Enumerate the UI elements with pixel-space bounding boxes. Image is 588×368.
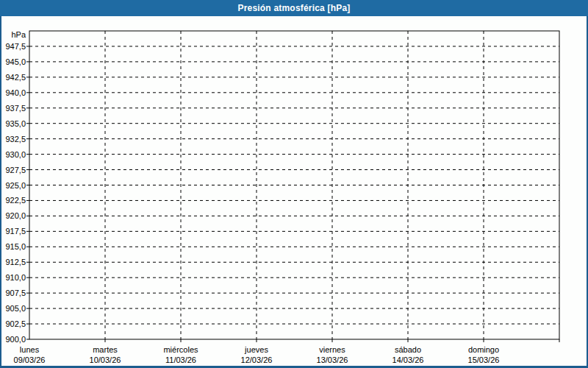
y-unit-label: hPa <box>11 30 26 39</box>
x-day-label: jueves <box>244 345 268 354</box>
x-date-label: 09/03/26 <box>14 355 46 364</box>
x-date-label: 12/03/26 <box>241 355 273 364</box>
y-tick-label: 902,5 <box>5 319 26 328</box>
chart-body: hPa947,5945,0942,5940,0937,5935,0932,593… <box>0 16 588 368</box>
y-tick-label: 907,5 <box>5 289 26 297</box>
y-tick-label: 937,5 <box>5 104 26 113</box>
y-tick-label: 942,5 <box>5 73 26 82</box>
x-date-label: 10/03/26 <box>90 355 121 364</box>
y-tick-label: 932,5 <box>5 135 26 144</box>
pressure-chart-window: Presión atmosférica [hPa] hPa947,5945,09… <box>0 0 588 368</box>
y-tick-label: 922,5 <box>5 196 26 205</box>
y-tick-label: 900,0 <box>5 335 26 344</box>
y-tick-label: 920,0 <box>5 211 26 220</box>
y-tick-label: 912,5 <box>5 258 26 266</box>
x-date-label: 13/03/26 <box>317 355 348 364</box>
y-tick-label: 930,0 <box>5 150 26 159</box>
x-date-label: 14/03/26 <box>392 355 424 364</box>
y-tick-label: 925,0 <box>5 181 26 190</box>
pressure-chart-canvas: hPa947,5945,0942,5940,0937,5935,0932,593… <box>1 16 587 366</box>
y-tick-label: 917,5 <box>5 227 26 236</box>
y-tick-label: 945,0 <box>5 57 26 66</box>
x-day-label: miércoles <box>163 345 198 354</box>
x-day-label: viernes <box>319 345 345 354</box>
y-tick-label: 905,0 <box>5 304 26 313</box>
y-tick-label: 910,0 <box>5 273 26 282</box>
y-tick-label: 940,0 <box>5 88 26 97</box>
y-tick-label: 915,0 <box>5 242 26 251</box>
title-bar: Presión atmosférica [hPa] <box>0 0 588 16</box>
y-tick-label: 927,5 <box>5 166 26 174</box>
x-date-label: 11/03/26 <box>165 355 196 364</box>
x-day-label: domingo <box>468 345 499 354</box>
x-date-label: 15/03/26 <box>468 355 500 364</box>
y-tick-label: 947,5 <box>5 42 26 51</box>
x-day-label: martes <box>93 345 118 354</box>
x-day-label: sábado <box>395 345 421 354</box>
x-day-label: lunes <box>20 345 40 354</box>
y-tick-label: 935,0 <box>5 119 26 128</box>
chart-title: Presión atmosférica [hPa] <box>237 3 350 13</box>
